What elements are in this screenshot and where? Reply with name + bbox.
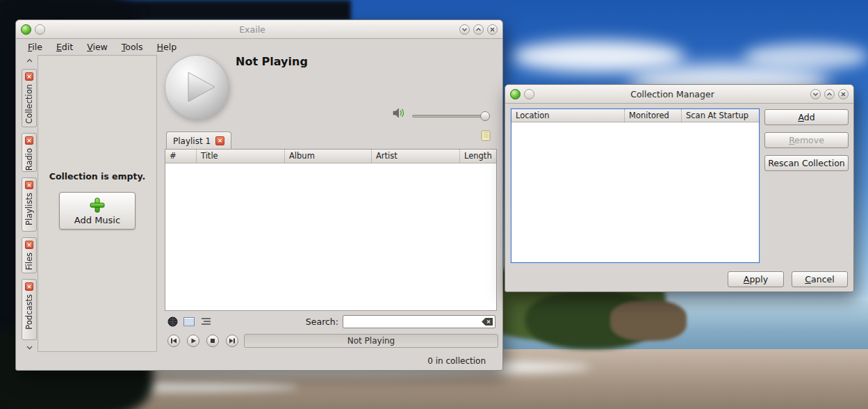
seek-bar-label: Not Playing	[347, 336, 395, 346]
plus-icon	[89, 197, 106, 214]
cancel-button[interactable]: Cancel	[792, 271, 848, 287]
chevron-up-icon	[475, 26, 482, 33]
search-field-wrap	[343, 315, 496, 328]
notebook-icon	[480, 130, 491, 141]
exaile-app-icon	[21, 24, 31, 35]
exaile-window-title: Exaile	[49, 24, 456, 35]
sidebar-tab-playlists[interactable]: × Playlists	[22, 177, 37, 232]
chevron-down-icon	[26, 345, 33, 350]
skip-forward-icon	[229, 337, 236, 344]
speaker-icon	[393, 108, 405, 118]
playlist-tab[interactable]: Playlist 1 ×	[166, 131, 231, 150]
cliff-rock	[610, 300, 687, 341]
column-header-number[interactable]: #	[165, 150, 196, 163]
cloud	[511, 40, 685, 72]
sidebar-tab-podcasts[interactable]: × Podcasts	[22, 279, 37, 340]
columns-view-button[interactable]	[183, 315, 195, 328]
collection-empty-text: Collection is empty.	[38, 171, 156, 182]
menu-view[interactable]: View	[82, 40, 113, 54]
column-header-location[interactable]: Location	[511, 109, 624, 122]
play-icon	[190, 337, 197, 344]
exaile-window: Exaile File Edit View Tools Help × Colle…	[15, 19, 503, 371]
collection-list-header: Location Monitored Scan At Startup	[511, 109, 759, 122]
playlist-footer: Search:	[165, 313, 497, 330]
sidebar-tab-radio[interactable]: × Radio	[22, 133, 37, 172]
playlist-table: # Title Album Artist Length	[165, 149, 497, 311]
column-header-artist[interactable]: Artist	[371, 150, 459, 163]
chevron-down-icon	[812, 91, 819, 97]
globe-icon	[167, 316, 178, 327]
sidebar-tab-collection[interactable]: × Collection	[22, 69, 37, 127]
menu-file[interactable]: File	[23, 40, 47, 54]
exaile-titlebar[interactable]: Exaile	[16, 20, 502, 39]
missing-icon: ×	[25, 72, 33, 81]
missing-icon: ×	[25, 181, 33, 189]
maximize-button[interactable]	[473, 24, 484, 35]
search-label: Search:	[306, 316, 338, 327]
new-playlist-button[interactable]	[480, 130, 491, 143]
collection-manager-title: Collection Manager	[538, 89, 807, 99]
column-header-title[interactable]: Title	[196, 150, 284, 163]
window-menu-button[interactable]	[524, 89, 534, 99]
now-playing-title: Not Playing	[236, 55, 308, 68]
missing-icon: ×	[25, 136, 33, 145]
missing-icon: ×	[25, 282, 33, 291]
close-button[interactable]	[487, 24, 498, 35]
apply-button[interactable]: Apply	[728, 271, 784, 287]
close-icon	[840, 91, 846, 97]
playlist-tab-label: Playlist 1	[173, 136, 211, 146]
column-header-length[interactable]: Length	[459, 150, 496, 163]
big-play-button[interactable]	[165, 55, 229, 119]
collection-list-body[interactable]	[511, 122, 759, 262]
chevron-up-icon	[826, 91, 833, 97]
columns-icon	[183, 317, 195, 326]
sidebar-scroll-up-button[interactable]	[22, 56, 36, 65]
exaile-app-icon	[510, 89, 521, 99]
volume-track[interactable]	[412, 115, 489, 118]
window-menu-button[interactable]	[35, 24, 45, 35]
rescan-collection-button[interactable]: Rescan Collection	[764, 155, 849, 171]
seek-bar[interactable]: Not Playing	[244, 334, 498, 348]
close-button[interactable]	[838, 89, 849, 99]
column-header-scan-at-startup[interactable]: Scan At Startup	[681, 109, 759, 122]
collection-manager-titlebar[interactable]: Collection Manager	[505, 85, 853, 104]
column-header-monitored[interactable]: Monitored	[624, 109, 681, 122]
queue-button[interactable]	[199, 315, 212, 328]
dynamic-playlist-button[interactable]	[166, 315, 179, 328]
desktop-wallpaper: Exaile File Edit View Tools Help × Colle…	[0, 0, 868, 409]
collection-manager-window: Collection Manager Location Monitored Sc…	[505, 84, 854, 292]
cloud	[744, 43, 868, 70]
minimize-button[interactable]	[810, 89, 821, 99]
search-input[interactable]	[343, 315, 496, 328]
column-header-album[interactable]: Album	[284, 150, 371, 163]
backspace-icon	[482, 317, 493, 326]
play-icon	[165, 55, 229, 119]
queue-icon	[201, 317, 211, 326]
playlist-table-header: # Title Album Artist Length	[165, 150, 496, 163]
maximize-button[interactable]	[824, 89, 835, 99]
skip-back-icon	[170, 337, 177, 344]
add-location-button[interactable]: Add	[764, 109, 849, 125]
clear-search-button[interactable]	[482, 317, 493, 328]
sidebar-scroll-down-button[interactable]	[22, 343, 36, 352]
play-button[interactable]	[187, 335, 199, 347]
minimize-button[interactable]	[459, 24, 470, 35]
close-icon	[489, 26, 496, 33]
playlist-tab-close-button[interactable]: ×	[215, 136, 224, 145]
playlist-table-body[interactable]	[165, 163, 496, 310]
missing-icon: ×	[25, 241, 33, 249]
next-track-button[interactable]	[226, 335, 238, 347]
menu-edit[interactable]: Edit	[51, 40, 78, 54]
volume-knob[interactable]	[480, 111, 490, 121]
add-music-button[interactable]: Add Music	[59, 192, 136, 230]
collection-count-status: 0 in collection	[427, 356, 486, 366]
volume-slider[interactable]	[412, 111, 489, 121]
previous-track-button[interactable]	[167, 335, 180, 347]
sidebar-tab-files[interactable]: × Files	[22, 237, 37, 273]
volume-mute-button[interactable]	[393, 108, 405, 120]
collection-locations-list[interactable]: Location Monitored Scan At Startup	[511, 109, 760, 263]
menu-tools[interactable]: Tools	[117, 40, 148, 54]
stop-button[interactable]	[206, 335, 219, 347]
menu-help[interactable]: Help	[152, 40, 182, 54]
remove-location-button[interactable]: Remove	[764, 132, 849, 148]
